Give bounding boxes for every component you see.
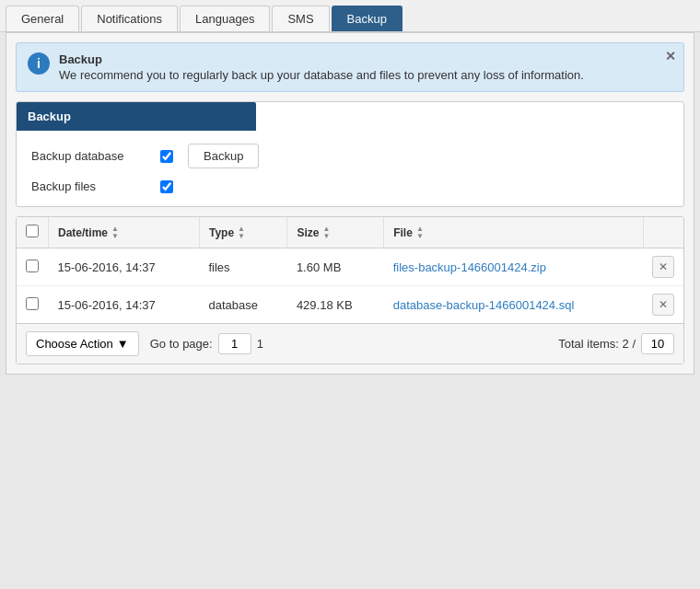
file-link-1[interactable]: database-backup-1466001424.sql [393, 298, 575, 312]
tab-general[interactable]: General [6, 6, 79, 31]
backup-panel-body: Backup database Backup Backup files [17, 131, 683, 206]
backup-panel-header: Backup [17, 102, 256, 131]
tab-languages[interactable]: Languages [180, 6, 270, 31]
table-row: 15-06-2016, 14:37 database 429.18 KB dat… [17, 286, 683, 324]
backup-database-label: Backup database [31, 149, 160, 163]
sort-arrows-size[interactable]: ▲ ▼ [322, 225, 330, 240]
table-row: 15-06-2016, 14:37 files 1.60 MB files-ba… [17, 248, 683, 286]
tab-backup[interactable]: Backup [332, 6, 402, 31]
cell-file-0: files-backup-1466001424.zip [384, 248, 643, 286]
total-items-label: Total items: 2 / [558, 337, 636, 351]
dropdown-arrow-icon: ▼ [117, 337, 129, 351]
row-checkbox-0[interactable] [26, 260, 39, 272]
go-to-page: Go to page: 1 [150, 333, 263, 354]
info-message: We recommend you to regularly back up yo… [59, 68, 584, 82]
cell-datetime-1: 15-06-2016, 14:37 [49, 286, 200, 324]
backup-table: Date/time ▲ ▼ Type ▲ [17, 217, 683, 323]
sort-arrows-type[interactable]: ▲ ▼ [238, 225, 245, 240]
close-icon[interactable]: ✕ [665, 49, 676, 64]
info-banner: i Backup We recommend you to regularly b… [16, 42, 684, 92]
file-link-0[interactable]: files-backup-1466001424.zip [393, 260, 546, 274]
sort-arrows-datetime[interactable]: ▲ ▼ [111, 225, 119, 240]
tab-sms[interactable]: SMS [272, 6, 329, 31]
total-info: Total items: 2 / [558, 333, 674, 354]
backup-files-row: Backup files [31, 179, 669, 193]
th-size: Size ▲ ▼ [287, 217, 384, 248]
th-type: Type ▲ ▼ [199, 217, 286, 248]
cell-type-1: database [199, 286, 286, 324]
backup-database-checkbox[interactable] [160, 150, 173, 163]
table-header-row: Date/time ▲ ▼ Type ▲ [17, 217, 683, 248]
go-to-page-label: Go to page: [150, 337, 213, 351]
th-select-all [17, 217, 49, 248]
tab-notifications[interactable]: Notifications [81, 6, 178, 31]
row-checkbox-1[interactable] [26, 297, 39, 310]
page-input[interactable] [218, 333, 251, 354]
delete-button-1[interactable]: ✕ [652, 294, 674, 316]
backup-files-label: Backup files [31, 179, 160, 193]
total-pages: 1 [257, 337, 263, 351]
content-area: i Backup We recommend you to regularly b… [6, 32, 694, 375]
cell-type-0: files [199, 248, 286, 286]
backup-files-checkbox[interactable] [160, 180, 173, 193]
backup-database-row: Backup database Backup [31, 144, 669, 168]
sort-arrows-file[interactable]: ▲ ▼ [416, 225, 424, 240]
cell-size-1: 429.18 KB [287, 286, 384, 324]
info-title: Backup [59, 52, 584, 66]
footer-bar: Choose Action ▼ Go to page: 1 Total item… [17, 323, 683, 364]
choose-action-button[interactable]: Choose Action ▼ [26, 331, 139, 356]
th-datetime: Date/time ▲ ▼ [49, 217, 200, 248]
backup-panel: Backup Backup database Backup Backup fil… [16, 101, 684, 207]
cell-datetime-0: 15-06-2016, 14:37 [49, 248, 200, 286]
cell-file-1: database-backup-1466001424.sql [384, 286, 643, 324]
table-container: Date/time ▲ ▼ Type ▲ [16, 216, 684, 364]
info-text-block: Backup We recommend you to regularly bac… [59, 52, 584, 82]
backup-button[interactable]: Backup [188, 144, 259, 168]
delete-button-0[interactable]: ✕ [652, 256, 674, 278]
select-all-checkbox[interactable] [26, 225, 39, 237]
per-page-input[interactable] [641, 333, 674, 354]
info-icon: i [28, 52, 50, 75]
th-file: File ▲ ▼ [384, 217, 643, 248]
th-actions [643, 217, 683, 248]
cell-size-0: 1.60 MB [287, 248, 384, 286]
tab-bar: General Notifications Languages SMS Back… [0, 0, 700, 32]
page-container: General Notifications Languages SMS Back… [0, 0, 700, 589]
choose-action-label: Choose Action [36, 337, 113, 351]
